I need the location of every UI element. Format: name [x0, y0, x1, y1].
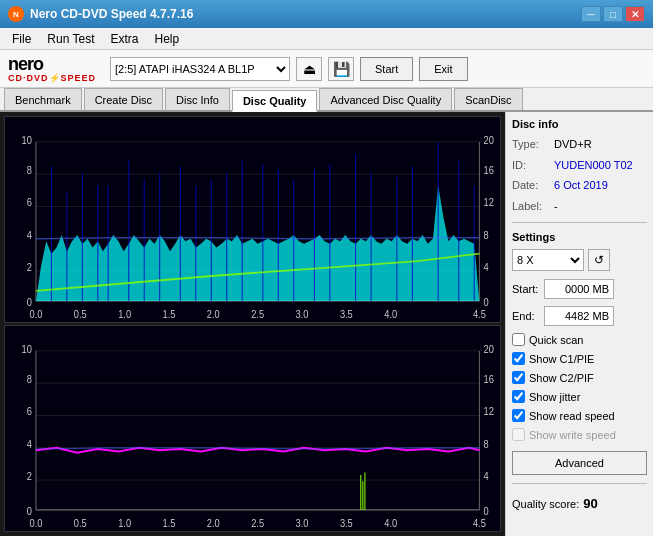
- charts-area: 0 2 4 6 8 10 0 4 8 12 16 20 0.0 0.5 1.0 …: [0, 112, 505, 536]
- svg-text:16: 16: [484, 164, 495, 176]
- exit-button[interactable]: Exit: [419, 57, 467, 81]
- svg-text:0: 0: [484, 296, 489, 308]
- quick-scan-checkbox[interactable]: [512, 333, 525, 346]
- svg-text:4.5: 4.5: [473, 517, 486, 529]
- app-icon: N: [8, 6, 24, 22]
- tab-advanced-disc-quality[interactable]: Advanced Disc Quality: [319, 88, 452, 110]
- show-jitter-row: Show jitter: [512, 390, 647, 403]
- start-input[interactable]: [544, 279, 614, 299]
- menu-file[interactable]: File: [4, 30, 39, 48]
- svg-text:2: 2: [27, 261, 32, 273]
- svg-text:2: 2: [27, 470, 32, 482]
- drive-select[interactable]: [2:5] ATAPI iHAS324 A BL1P: [110, 57, 290, 81]
- speed-settings-row: 8 X ↺: [512, 249, 647, 271]
- svg-text:4: 4: [27, 229, 32, 241]
- maximize-button[interactable]: □: [603, 6, 623, 22]
- svg-text:10: 10: [21, 135, 32, 147]
- nero-logo-text: nero: [8, 55, 43, 73]
- chart-pi-errors: 0 2 4 6 8 10 0 4 8 12 16 20 0.0 0.5 1.0 …: [4, 116, 501, 323]
- start-button[interactable]: Start: [360, 57, 413, 81]
- main-content: 0 2 4 6 8 10 0 4 8 12 16 20 0.0 0.5 1.0 …: [0, 112, 653, 536]
- eject-button[interactable]: ⏏: [296, 57, 322, 81]
- disc-id-row: ID: YUDEN000 T02: [512, 157, 647, 174]
- quick-scan-label: Quick scan: [529, 334, 583, 346]
- svg-text:0.5: 0.5: [74, 517, 87, 529]
- settings-title: Settings: [512, 231, 647, 243]
- svg-text:8: 8: [27, 164, 32, 176]
- svg-text:8: 8: [484, 229, 489, 241]
- end-label: End:: [512, 310, 540, 322]
- svg-text:1.5: 1.5: [163, 517, 176, 529]
- refresh-button[interactable]: ↺: [588, 249, 610, 271]
- disc-type-row: Type: DVD+R: [512, 136, 647, 153]
- show-c2-label: Show C2/PIF: [529, 372, 594, 384]
- svg-text:3.5: 3.5: [340, 308, 353, 320]
- svg-text:4.0: 4.0: [384, 308, 397, 320]
- menu-extra[interactable]: Extra: [102, 30, 146, 48]
- show-c2-row: Show C2/PIF: [512, 371, 647, 384]
- svg-text:10: 10: [21, 344, 32, 356]
- advanced-button[interactable]: Advanced: [512, 451, 647, 475]
- svg-text:1.0: 1.0: [118, 308, 131, 320]
- menu-run-test[interactable]: Run Test: [39, 30, 102, 48]
- end-row: End:: [512, 306, 647, 326]
- tab-benchmark[interactable]: Benchmark: [4, 88, 82, 110]
- svg-text:3.0: 3.0: [296, 308, 309, 320]
- show-c2-checkbox[interactable]: [512, 371, 525, 384]
- svg-rect-57: [5, 326, 500, 531]
- id-label: ID:: [512, 157, 550, 174]
- tab-scan-disc[interactable]: ScanDisc: [454, 88, 522, 110]
- svg-text:0.0: 0.0: [29, 517, 42, 529]
- chart-pif-jitter: 0 2 4 6 8 10 0 4 8 12 16 20 0.0 0.5 1.0 …: [4, 325, 501, 532]
- svg-text:0.0: 0.0: [29, 308, 42, 320]
- title-bar-controls: ─ □ ✕: [581, 6, 645, 22]
- show-jitter-checkbox[interactable]: [512, 390, 525, 403]
- svg-text:4: 4: [484, 261, 489, 273]
- show-read-label: Show read speed: [529, 410, 615, 422]
- id-value: YUDEN000 T02: [554, 157, 633, 174]
- svg-text:6: 6: [27, 406, 32, 418]
- type-label: Type:: [512, 136, 550, 153]
- close-button[interactable]: ✕: [625, 6, 645, 22]
- start-row: Start:: [512, 279, 647, 299]
- tab-create-disc[interactable]: Create Disc: [84, 88, 163, 110]
- start-label: Start:: [512, 283, 540, 295]
- title-bar: N Nero CD-DVD Speed 4.7.7.16 ─ □ ✕: [0, 0, 653, 28]
- svg-text:2.0: 2.0: [207, 308, 220, 320]
- speed-select[interactable]: 8 X: [512, 249, 584, 271]
- date-label: Date:: [512, 177, 550, 194]
- show-write-label: Show write speed: [529, 429, 616, 441]
- svg-text:20: 20: [484, 344, 495, 356]
- svg-text:4: 4: [484, 470, 489, 482]
- show-c1-row: Show C1/PIE: [512, 352, 647, 365]
- title-bar-left: N Nero CD-DVD Speed 4.7.7.16: [8, 6, 193, 22]
- disc-info-title: Disc info: [512, 118, 647, 130]
- save-button[interactable]: 💾: [328, 57, 354, 81]
- svg-text:4.5: 4.5: [473, 308, 486, 320]
- disc-label-row: Label: -: [512, 198, 647, 215]
- svg-text:4.0: 4.0: [384, 517, 397, 529]
- svg-text:4: 4: [27, 438, 32, 450]
- svg-text:3.0: 3.0: [296, 517, 309, 529]
- title-bar-text: Nero CD-DVD Speed 4.7.7.16: [30, 7, 193, 21]
- tab-disc-quality[interactable]: Disc Quality: [232, 90, 318, 112]
- menu-bar: File Run Test Extra Help: [0, 28, 653, 50]
- tab-disc-info[interactable]: Disc Info: [165, 88, 230, 110]
- svg-text:1.0: 1.0: [118, 517, 131, 529]
- show-read-checkbox[interactable]: [512, 409, 525, 422]
- quality-score-label: Quality score:: [512, 498, 579, 510]
- right-panel: Disc info Type: DVD+R ID: YUDEN000 T02 D…: [505, 112, 653, 536]
- show-jitter-label: Show jitter: [529, 391, 580, 403]
- show-write-checkbox: [512, 428, 525, 441]
- svg-text:1.5: 1.5: [163, 308, 176, 320]
- svg-text:0.5: 0.5: [74, 308, 87, 320]
- svg-text:12: 12: [484, 197, 495, 209]
- show-write-row: Show write speed: [512, 428, 647, 441]
- show-c1-checkbox[interactable]: [512, 352, 525, 365]
- svg-text:0: 0: [27, 505, 32, 517]
- menu-help[interactable]: Help: [147, 30, 188, 48]
- type-value: DVD+R: [554, 136, 592, 153]
- quality-score-row: Quality score: 90: [512, 496, 647, 511]
- minimize-button[interactable]: ─: [581, 6, 601, 22]
- end-input[interactable]: [544, 306, 614, 326]
